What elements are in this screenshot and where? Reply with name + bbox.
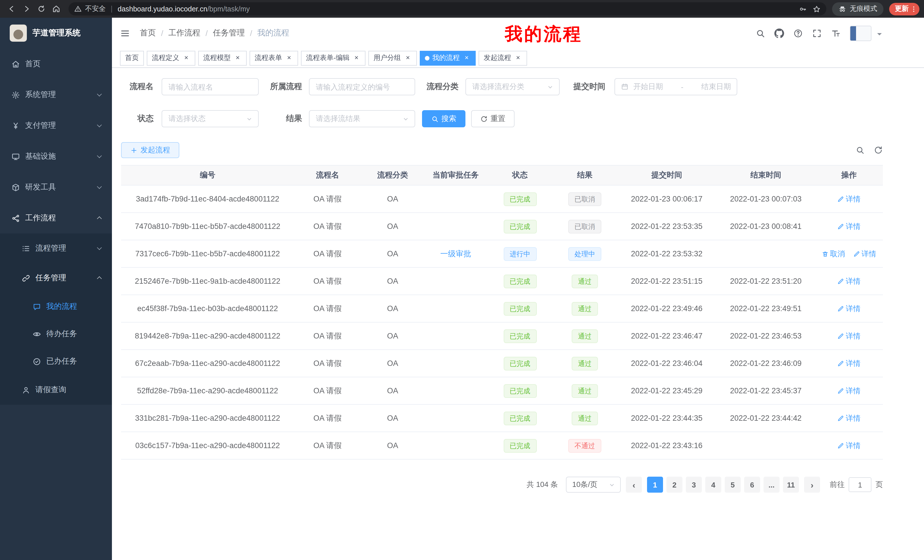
incognito-badge[interactable]: 无痕模式: [832, 2, 884, 16]
search-icon[interactable]: [756, 28, 765, 38]
tab-user-group[interactable]: 用户分组 ×: [368, 51, 417, 65]
breadcrumb-item[interactable]: 首页: [140, 28, 156, 38]
start-process-button[interactable]: 发起流程: [121, 142, 179, 158]
tab-process-model[interactable]: 流程模型 ×: [198, 51, 247, 65]
detail-link[interactable]: 详情: [837, 194, 861, 204]
column-header: 操作: [815, 170, 883, 180]
tab-close-icon[interactable]: ×: [182, 54, 190, 62]
fullscreen-icon[interactable]: [812, 28, 822, 38]
detail-link[interactable]: 详情: [837, 276, 861, 286]
breadcrumb-item[interactable]: 任务管理: [213, 28, 245, 38]
status-select[interactable]: 请选择状态: [162, 110, 259, 127]
browser-forward-button[interactable]: [20, 2, 33, 16]
page-button-2[interactable]: 2: [666, 477, 682, 493]
toggle-search-icon[interactable]: [855, 145, 865, 155]
sidebar-item-infrastructure[interactable]: 基础设施: [0, 141, 112, 172]
detail-link[interactable]: 详情: [837, 440, 861, 451]
result-tag: 通过: [572, 274, 598, 288]
breadcrumb-separator: /: [206, 28, 208, 38]
table-refresh-icon[interactable]: [874, 145, 883, 155]
tab-close-icon[interactable]: ×: [463, 54, 471, 62]
detail-link[interactable]: 详情: [837, 303, 861, 314]
help-icon[interactable]: [793, 28, 803, 38]
filter-row-2: 状态 请选择状态 结果 请选择流结果 搜索: [121, 110, 883, 127]
cancel-link[interactable]: 取消: [822, 249, 845, 259]
page-ellipsis[interactable]: ...: [764, 477, 780, 493]
password-key-icon[interactable]: [799, 5, 807, 13]
page-button-5[interactable]: 5: [725, 477, 741, 493]
browser-home-button[interactable]: [49, 2, 63, 16]
detail-link[interactable]: 详情: [837, 386, 861, 396]
hamburger-icon[interactable]: [120, 28, 130, 38]
sidebar-item-todo-task[interactable]: 待办任务: [0, 320, 112, 347]
page-button-3[interactable]: 3: [686, 477, 702, 493]
tab-process-form[interactable]: 流程表单 ×: [249, 51, 298, 65]
tab-my-process[interactable]: 我的流程 ×: [420, 51, 476, 65]
bookmark-star-icon[interactable]: [813, 5, 820, 13]
page-button-6[interactable]: 6: [744, 477, 760, 493]
tab-close-icon[interactable]: ×: [234, 54, 242, 62]
github-icon[interactable]: [774, 28, 784, 38]
goto-page-input[interactable]: [849, 477, 872, 492]
page-button-4[interactable]: 4: [705, 477, 721, 493]
address-bar[interactable]: 不安全 dashboard.yudao.iocoder.cn /bpm/task…: [69, 2, 826, 15]
app-logo[interactable]: 芋道管理系统: [0, 18, 112, 48]
workflow-icon: [11, 214, 20, 222]
sidebar-item-home[interactable]: 首页: [0, 48, 112, 79]
detail-link[interactable]: 详情: [853, 249, 876, 259]
tab-home[interactable]: 首页: [120, 51, 144, 65]
detail-link[interactable]: 详情: [837, 358, 861, 368]
cell-operations: 详情: [815, 221, 883, 232]
browser-back-button[interactable]: [4, 2, 18, 16]
current-task-link[interactable]: 一级审批: [440, 249, 471, 258]
next-page-button[interactable]: ›: [804, 477, 820, 493]
tab-label: 流程模型: [203, 53, 231, 63]
process-definition-input[interactable]: [309, 78, 415, 95]
browser-update-button[interactable]: 更新: [889, 3, 920, 15]
cell-operations: 详情: [815, 386, 883, 396]
reset-button[interactable]: 重置: [471, 110, 514, 127]
sidebar-item-payment[interactable]: 支付管理: [0, 110, 112, 141]
tab-close-icon[interactable]: ×: [514, 54, 522, 62]
caret-down-icon[interactable]: [877, 33, 882, 38]
tab-close-icon[interactable]: ×: [404, 54, 412, 62]
tab-start-process[interactable]: 发起流程 ×: [478, 51, 527, 65]
sidebar-item-my-process[interactable]: 我的流程: [0, 293, 112, 320]
font-size-icon[interactable]: [831, 28, 841, 38]
sidebar-item-process-management[interactable]: 流程管理: [0, 234, 112, 263]
cell-result: 处理中: [553, 247, 617, 261]
sidebar-item-system[interactable]: 系统管理: [0, 79, 112, 110]
browser-menu-icon[interactable]: [910, 5, 918, 13]
edit-icon: [837, 415, 844, 422]
user-avatar[interactable]: [850, 25, 872, 41]
start-process-label: 发起流程: [141, 145, 170, 155]
category-select[interactable]: 请选择流程分类: [465, 78, 560, 95]
sidebar-item-leave-query[interactable]: 请假查询: [0, 375, 112, 405]
cell-operations: 取消详情: [815, 249, 883, 259]
prev-page-button[interactable]: ‹: [626, 477, 642, 493]
sidebar-item-dev-tools[interactable]: 研发工具: [0, 172, 112, 203]
chevron-down-icon: [246, 115, 253, 123]
sidebar-item-task-management[interactable]: 任务管理: [0, 263, 112, 293]
tab-close-icon[interactable]: ×: [352, 54, 360, 62]
tab-process-definition[interactable]: 流程定义 ×: [147, 51, 195, 65]
search-button[interactable]: 搜索: [422, 110, 465, 127]
cell-id: 2152467e-7b9b-11ec-9a1b-acde48001122: [121, 277, 294, 285]
page-button-11[interactable]: 11: [783, 477, 799, 493]
detail-link[interactable]: 详情: [837, 413, 861, 423]
page-size-select[interactable]: 10条/页: [566, 477, 621, 493]
page-button-1[interactable]: 1: [647, 477, 663, 493]
search-button-label: 搜索: [441, 114, 456, 124]
tab-close-icon[interactable]: ×: [285, 54, 293, 62]
detail-link[interactable]: 详情: [837, 221, 861, 232]
breadcrumb-item[interactable]: 工作流程: [168, 28, 201, 38]
tab-process-form-edit[interactable]: 流程表单-编辑 ×: [301, 51, 366, 65]
process-name-input[interactable]: [162, 78, 259, 95]
column-header: 编号: [121, 170, 294, 180]
sidebar-item-workflow[interactable]: 工作流程: [0, 203, 112, 234]
result-select[interactable]: 请选择流结果: [309, 110, 415, 127]
sidebar-item-done-task[interactable]: 已办任务: [0, 347, 112, 375]
browser-reload-button[interactable]: [34, 2, 48, 16]
detail-link[interactable]: 详情: [837, 331, 861, 341]
submit-time-range-picker[interactable]: 开始日期 - 结束日期: [615, 78, 737, 95]
